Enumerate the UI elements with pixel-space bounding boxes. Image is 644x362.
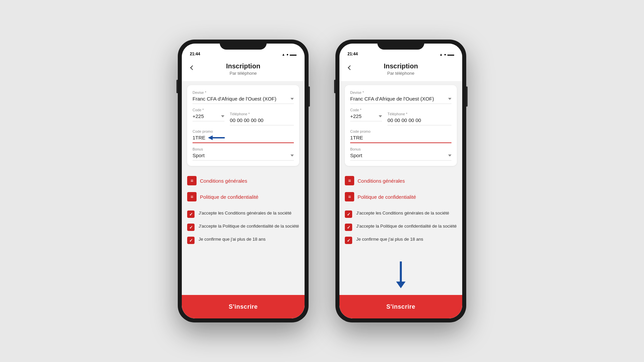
bonus-chevron-right <box>448 155 451 157</box>
conditions-link-left[interactable]: ≡ Conditions générales <box>187 173 299 189</box>
promo-field-right: Code promo 1TRE <box>350 129 451 143</box>
phone-right: 21:44 ▲ ● ▬▬ Inscription Par téléphone <box>335 40 466 322</box>
policy-icon-right: ≡ <box>345 192 354 201</box>
conditions-icon-left: ≡ <box>187 176 197 185</box>
bonus-chevron-icon <box>290 155 294 157</box>
code-phone-row-right: Code * +225 Téléphone * 00 00 00 00 00 <box>350 108 451 125</box>
promo-field-left: Code promo 1TRE <box>193 129 294 143</box>
devise-field-right: Devise * Franc CFA d'Afrique de l'Ouest … <box>350 90 451 104</box>
links-section-right: ≡ Conditions générales ≡ Politique de co… <box>339 170 462 207</box>
check-policy-left[interactable]: J'accepte la Politique de confidentialit… <box>187 221 299 234</box>
devise-value-right[interactable]: Franc CFA d'Afrique de l'Ouest (XOF) <box>350 96 451 104</box>
register-button-right[interactable]: S'inscrire <box>339 295 462 318</box>
status-icons-right: ▲ ● ▬▬ <box>439 53 454 56</box>
policy-link-left[interactable]: ≡ Politique de confidentialité <box>187 189 299 205</box>
code-field-left: Code * +225 <box>193 108 224 125</box>
check-policy-text-right: J'accepte la Politique de confidentialit… <box>356 223 457 229</box>
devise-chevron-right <box>448 98 451 100</box>
page-subtitle-left: Par téléphone <box>230 71 257 76</box>
phone-left: 21:44 ▲ ● ▬▬ Inscription Par téléphone <box>178 40 309 322</box>
back-arrow-right <box>348 65 353 70</box>
code-chevron-right <box>379 115 382 117</box>
code-phone-row-left: Code * +225 Téléphone * 00 00 00 00 00 <box>193 108 294 125</box>
checkbox-age-left[interactable] <box>187 237 195 244</box>
bonus-label-right: Bonus <box>350 147 451 151</box>
bonus-value-left[interactable]: Sport <box>193 153 294 161</box>
register-button-left[interactable]: S'inscrire <box>182 295 305 318</box>
phone-inner-right: 21:44 ▲ ● ▬▬ Inscription Par téléphone <box>339 44 462 318</box>
check-policy-right[interactable]: J'accepte la Politique de confidentialit… <box>345 221 457 234</box>
policy-link-right[interactable]: ≡ Politique de confidentialité <box>345 189 457 205</box>
back-button-right[interactable] <box>345 62 356 73</box>
screen-content-left: Devise * Franc CFA d'Afrique de l'Ouest … <box>182 81 305 318</box>
bonus-field-left: Bonus Sport <box>193 147 294 161</box>
notch-right <box>377 40 424 50</box>
code-value-left[interactable]: +225 <box>193 113 224 121</box>
checkbox-age-right[interactable] <box>345 237 352 244</box>
check-age-text-right: Je confirme que j'ai plus de 18 ans <box>356 236 423 242</box>
status-time-left: 21:44 <box>190 52 200 56</box>
check-age-left[interactable]: Je confirme que j'ai plus de 18 ans <box>187 234 299 247</box>
code-chevron-icon <box>221 115 224 117</box>
page-container: 21:44 ▲ ● ▬▬ Inscription Par téléphone <box>0 0 644 362</box>
register-button-text-left: S'inscrire <box>229 303 258 310</box>
conditions-text-left: Conditions générales <box>200 178 247 184</box>
conditions-text-right: Conditions générales <box>358 178 405 184</box>
telephone-value-right[interactable]: 00 00 00 00 00 <box>387 117 451 125</box>
code-value-right[interactable]: +225 <box>350 113 382 121</box>
links-section-left: ≡ Conditions générales ≡ Politique de co… <box>182 170 305 207</box>
policy-text-right: Politique de confidentialité <box>358 194 416 200</box>
check-conditions-left[interactable]: J'accepte les Conditions générales de la… <box>187 207 299 221</box>
status-time-right: 21:44 <box>347 52 358 56</box>
policy-text-left: Politique de confidentialité <box>200 194 258 200</box>
header-right: Inscription Par téléphone <box>339 58 462 81</box>
header-left: Inscription Par téléphone <box>182 58 305 81</box>
conditions-icon-right: ≡ <box>345 176 354 185</box>
arrow-down-annotation <box>396 261 406 288</box>
check-conditions-right[interactable]: J'accepte les Conditions générales de la… <box>345 207 457 221</box>
telephone-label-left: Téléphone * <box>230 112 294 116</box>
checkbox-policy-left[interactable] <box>187 224 195 231</box>
telephone-field-right: Téléphone * 00 00 00 00 00 <box>387 112 451 125</box>
devise-value-left[interactable]: Franc CFA d'Afrique de l'Ouest (XOF) <box>193 96 294 104</box>
notch-left <box>220 40 267 50</box>
telephone-field-left: Téléphone * 00 00 00 00 00 <box>230 112 294 125</box>
policy-icon-left: ≡ <box>187 192 197 201</box>
page-title-right: Inscription <box>384 62 418 70</box>
promo-label-left: Code promo <box>193 129 294 133</box>
code-label-right: Code * <box>350 108 382 112</box>
check-conditions-text-left: J'accepte les Conditions générales de la… <box>199 210 291 216</box>
form-card-left: Devise * Franc CFA d'Afrique de l'Ouest … <box>187 85 299 166</box>
page-title-left: Inscription <box>226 62 260 70</box>
checkbox-conditions-left[interactable] <box>187 210 195 218</box>
checks-section-left: J'accepte les Conditions générales de la… <box>182 207 305 247</box>
phone-inner-left: 21:44 ▲ ● ▬▬ Inscription Par téléphone <box>182 44 305 318</box>
conditions-link-right[interactable]: ≡ Conditions générales <box>345 173 457 189</box>
back-arrow-left <box>190 65 195 70</box>
bonus-label-left: Bonus <box>193 147 294 151</box>
checks-section-right: J'accepte les Conditions générales de la… <box>339 207 462 247</box>
bonus-value-right[interactable]: Sport <box>350 153 451 161</box>
status-icons-left: ▲ ● ▬▬ <box>282 53 297 56</box>
chevron-down-icon <box>290 98 294 100</box>
promo-label-right: Code promo <box>350 129 451 133</box>
register-button-text-right: S'inscrire <box>386 303 415 310</box>
devise-field-left: Devise * Franc CFA d'Afrique de l'Ouest … <box>193 90 294 104</box>
page-subtitle-right: Par téléphone <box>387 71 415 76</box>
telephone-label-right: Téléphone * <box>387 112 451 116</box>
checkbox-conditions-right[interactable] <box>345 210 352 218</box>
check-policy-text-left: J'accepte la Politique de confidentialit… <box>199 223 299 229</box>
promo-value-right[interactable]: 1TRE <box>350 135 451 143</box>
devise-label-right: Devise * <box>350 90 451 95</box>
code-label-left: Code * <box>193 108 224 112</box>
promo-value-left[interactable]: 1TRE <box>193 135 294 143</box>
code-field-right: Code * +225 <box>350 108 382 125</box>
check-age-text-left: Je confirme que j'ai plus de 18 ans <box>199 236 266 242</box>
checkbox-policy-right[interactable] <box>345 224 352 231</box>
bonus-field-right: Bonus Sport <box>350 147 451 161</box>
form-card-right: Devise * Franc CFA d'Afrique de l'Ouest … <box>345 85 457 166</box>
telephone-value-left[interactable]: 00 00 00 00 00 <box>230 117 294 125</box>
check-age-right[interactable]: Je confirme que j'ai plus de 18 ans <box>345 234 457 247</box>
check-conditions-text-right: J'accepte les Conditions générales de la… <box>356 210 449 216</box>
back-button-left[interactable] <box>187 62 198 73</box>
